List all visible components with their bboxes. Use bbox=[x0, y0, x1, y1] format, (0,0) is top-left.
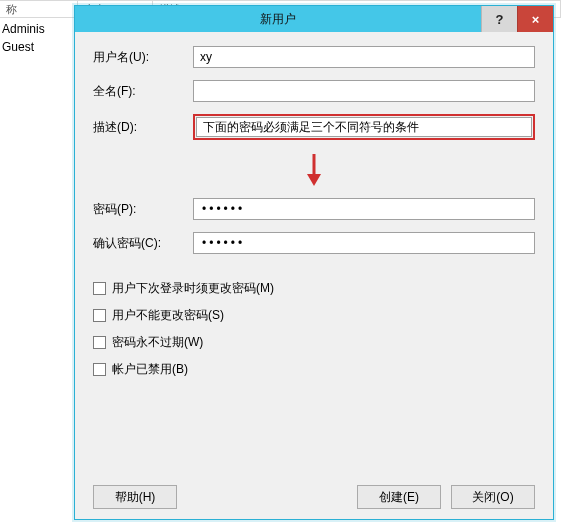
help-button[interactable]: 帮助(H) bbox=[93, 485, 177, 509]
checkbox-icon bbox=[93, 282, 106, 295]
help-icon[interactable]: ? bbox=[481, 6, 517, 32]
new-user-dialog: 新用户 ? × 用户名(U): 全名(F): 描述(D): bbox=[74, 5, 554, 520]
fullname-input[interactable] bbox=[193, 80, 535, 102]
checkbox-icon bbox=[93, 309, 106, 322]
arrow-down-icon bbox=[304, 154, 324, 186]
username-input[interactable] bbox=[193, 46, 535, 68]
create-button[interactable]: 创建(E) bbox=[357, 485, 441, 509]
fullname-label: 全名(F): bbox=[93, 83, 193, 100]
checkbox-icon bbox=[93, 336, 106, 349]
titlebar[interactable]: 新用户 ? × bbox=[75, 6, 553, 32]
checkbox-never-expire[interactable]: 密码永不过期(W) bbox=[93, 334, 535, 351]
password-label: 密码(P): bbox=[93, 201, 193, 218]
checkbox-must-change[interactable]: 用户下次登录时须更改密码(M) bbox=[93, 280, 535, 297]
checkbox-label: 用户不能更改密码(S) bbox=[112, 307, 224, 324]
checkbox-label: 密码永不过期(W) bbox=[112, 334, 203, 351]
checkbox-cannot-change[interactable]: 用户不能更改密码(S) bbox=[93, 307, 535, 324]
description-highlight bbox=[193, 114, 535, 140]
list-item[interactable]: Guest bbox=[0, 38, 74, 56]
checkbox-account-disabled[interactable]: 帐户已禁用(B) bbox=[93, 361, 535, 378]
close-icon[interactable]: × bbox=[517, 6, 553, 32]
description-label: 描述(D): bbox=[93, 119, 193, 136]
confirm-password-input[interactable] bbox=[193, 232, 535, 254]
checkbox-label: 用户下次登录时须更改密码(M) bbox=[112, 280, 274, 297]
username-label: 用户名(U): bbox=[93, 49, 193, 66]
description-input[interactable] bbox=[196, 117, 532, 137]
dialog-title: 新用户 bbox=[75, 6, 481, 32]
confirm-password-label: 确认密码(C): bbox=[93, 235, 193, 252]
close-button[interactable]: 关闭(O) bbox=[451, 485, 535, 509]
dialog-body: 用户名(U): 全名(F): 描述(D): 密码(P): bbox=[75, 32, 553, 519]
checkbox-icon bbox=[93, 363, 106, 376]
password-input[interactable] bbox=[193, 198, 535, 220]
col-header-name[interactable]: 称 bbox=[0, 1, 78, 17]
svg-marker-1 bbox=[307, 174, 321, 186]
annotation-arrow bbox=[93, 154, 535, 186]
list-item[interactable]: Adminis bbox=[0, 20, 74, 38]
checkbox-label: 帐户已禁用(B) bbox=[112, 361, 188, 378]
